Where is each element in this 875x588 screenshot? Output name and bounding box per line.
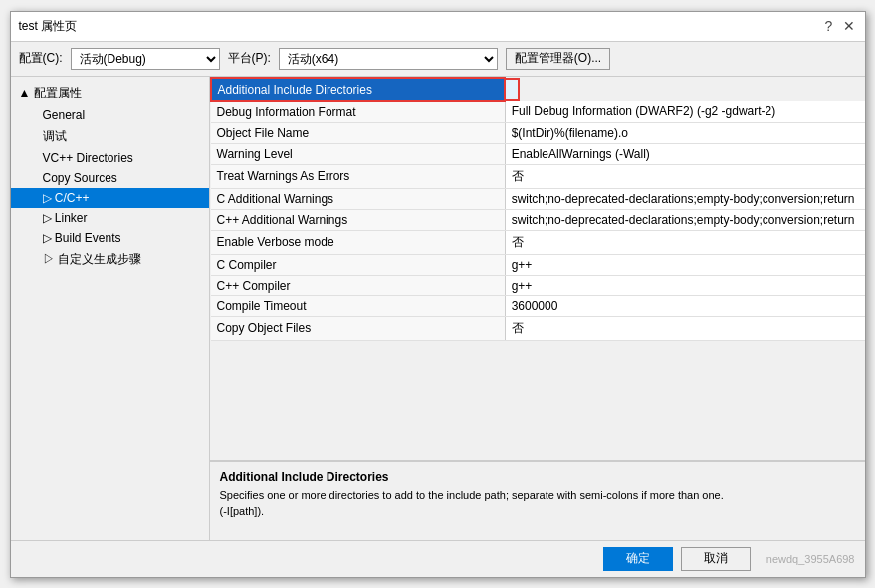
table-row[interactable]: Copy Object Files否 bbox=[211, 316, 865, 340]
property-value: g++ bbox=[505, 275, 864, 295]
description-title: Additional Include Directories bbox=[220, 470, 855, 484]
sidebar-item-copy-sources[interactable]: Copy Sources bbox=[11, 168, 209, 188]
table-row[interactable]: C Additional Warningsswitch;no-deprecate… bbox=[211, 188, 865, 209]
property-name: C++ Compiler bbox=[211, 275, 506, 295]
config-label: 配置(C): bbox=[19, 50, 63, 67]
title-controls: ? ✕ bbox=[821, 18, 857, 34]
sidebar-root[interactable]: ▲ 配置属性 bbox=[11, 81, 209, 105]
config-manager-button[interactable]: 配置管理器(O)... bbox=[506, 48, 610, 70]
properties-table: Additional Include Directoriesies);E:\Li… bbox=[210, 77, 865, 461]
property-value: ies);E:\LinuxShare\include;E:\LinuxShare… bbox=[506, 78, 520, 101]
table-row[interactable]: Enable Verbose mode否 bbox=[211, 230, 865, 254]
property-value: 否 bbox=[505, 164, 864, 188]
ok-button[interactable]: 确定 bbox=[603, 547, 673, 571]
property-value: 否 bbox=[505, 316, 864, 340]
table-row[interactable]: Treat Warnings As Errors否 bbox=[211, 164, 865, 188]
property-name: Copy Object Files bbox=[211, 316, 506, 340]
footer: 确定 取消 newdq_3955A698 bbox=[11, 540, 865, 577]
cancel-button[interactable]: 取消 bbox=[681, 547, 751, 571]
help-button[interactable]: ? bbox=[821, 18, 837, 34]
sidebar-item-cpp[interactable]: ▷ C/C++ bbox=[11, 188, 209, 208]
property-name: Debug Information Format bbox=[211, 101, 506, 123]
property-name: Warning Level bbox=[211, 143, 506, 164]
table-row[interactable]: C Compilerg++ bbox=[211, 254, 865, 275]
sidebar-item-debug[interactable]: 调试 bbox=[11, 125, 209, 148]
property-value: 否 bbox=[505, 230, 864, 254]
dialog-title: test 属性页 bbox=[19, 18, 78, 35]
sidebar: ▲ 配置属性 General 调试 VC++ Directories Copy … bbox=[11, 77, 210, 540]
right-panel: Additional Include Directoriesies);E:\Li… bbox=[210, 77, 865, 540]
dialog-window: test 属性页 ? ✕ 配置(C): 活动(Debug) 平台(P): 活动(… bbox=[10, 11, 866, 578]
sidebar-item-build-events[interactable]: ▷ Build Events bbox=[11, 228, 209, 248]
property-name: Enable Verbose mode bbox=[211, 230, 506, 254]
property-value: g++ bbox=[505, 254, 864, 275]
sidebar-item-linker[interactable]: ▷ Linker bbox=[11, 208, 209, 228]
table-row[interactable]: C++ Additional Warningsswitch;no-depreca… bbox=[211, 209, 865, 230]
property-value: 3600000 bbox=[505, 295, 864, 316]
platform-label: 平台(P): bbox=[228, 50, 271, 67]
sidebar-item-general[interactable]: General bbox=[11, 105, 209, 125]
property-name: C++ Additional Warnings bbox=[211, 209, 506, 230]
table-row[interactable]: Additional Include Directoriesies);E:\Li… bbox=[211, 78, 865, 101]
close-button[interactable]: ✕ bbox=[841, 18, 857, 34]
property-value: $(IntDir)%(filename).o bbox=[505, 122, 864, 143]
title-bar: test 属性页 ? ✕ bbox=[11, 12, 865, 42]
property-value: EnableAllWarnings (-Wall) bbox=[505, 143, 864, 164]
table-row[interactable]: Warning LevelEnableAllWarnings (-Wall) bbox=[211, 143, 865, 164]
watermark: newdq_3955A698 bbox=[766, 553, 855, 565]
config-select[interactable]: 活动(Debug) bbox=[71, 48, 220, 70]
properties-grid: Additional Include Directoriesies);E:\Li… bbox=[210, 77, 865, 341]
property-name: Compile Timeout bbox=[211, 295, 506, 316]
property-value: Full Debug Information (DWARF2) (-g2 -gd… bbox=[505, 101, 864, 123]
sidebar-root-label: ▲ 配置属性 bbox=[19, 85, 82, 101]
property-value: switch;no-deprecated-declarations;empty-… bbox=[505, 209, 864, 230]
property-name: Object File Name bbox=[211, 122, 506, 143]
table-row[interactable]: C++ Compilerg++ bbox=[211, 275, 865, 295]
toolbar: 配置(C): 活动(Debug) 平台(P): 活动(x64) 配置管理器(O)… bbox=[11, 42, 865, 77]
table-row[interactable]: Debug Information FormatFull Debug Infor… bbox=[211, 101, 865, 123]
property-name: C Compiler bbox=[211, 254, 506, 275]
property-name: Additional Include Directories bbox=[211, 78, 506, 101]
table-row[interactable]: Compile Timeout3600000 bbox=[211, 295, 865, 316]
table-row[interactable]: Object File Name$(IntDir)%(filename).o bbox=[211, 122, 865, 143]
sidebar-item-custom-build[interactable]: ▷ 自定义生成步骤 bbox=[11, 248, 209, 271]
platform-select[interactable]: 活动(x64) bbox=[279, 48, 498, 70]
sidebar-item-vc-directories[interactable]: VC++ Directories bbox=[11, 148, 209, 168]
main-content: ▲ 配置属性 General 调试 VC++ Directories Copy … bbox=[11, 77, 865, 540]
description-panel: Additional Include Directories Specifies… bbox=[210, 461, 865, 540]
property-name: Treat Warnings As Errors bbox=[211, 164, 506, 188]
description-text: Specifies one or more directories to add… bbox=[220, 488, 855, 520]
property-name: C Additional Warnings bbox=[211, 188, 506, 209]
property-value: switch;no-deprecated-declarations;empty-… bbox=[505, 188, 864, 209]
